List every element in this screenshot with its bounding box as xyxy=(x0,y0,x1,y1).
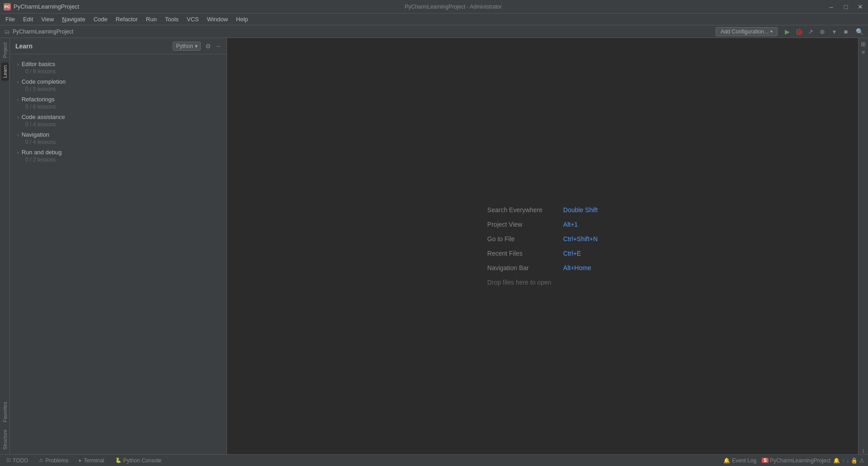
chevron-icon-2: › xyxy=(17,97,19,102)
sidebar-item-project[interactable]: Project xyxy=(1,40,9,61)
lesson-group-header-1[interactable]: › Code completion xyxy=(17,78,219,85)
shortcut-row-3: Recent Files Ctrl+E xyxy=(487,250,598,257)
right-strip-icon-1[interactable]: ⊞ xyxy=(859,40,868,48)
lesson-title-0: Editor basics xyxy=(22,61,55,67)
lesson-group-header-0[interactable]: › Editor basics xyxy=(17,61,219,67)
window-title: PyCharmLearningProject - Administrator xyxy=(405,4,502,10)
lesson-group-3[interactable]: › Code assistance 0 / 4 lessons xyxy=(10,111,226,128)
shortcut-key-4[interactable]: Alt+Home xyxy=(563,264,591,271)
stop-button[interactable]: ■ xyxy=(841,27,851,37)
lesson-group-header-4[interactable]: › Navigation xyxy=(17,131,219,138)
lesson-group-1[interactable]: › Code completion 0 / 5 lessons xyxy=(10,76,226,93)
todo-tab[interactable]: ☑ TODO xyxy=(4,456,31,465)
menu-item-tools[interactable]: Tools xyxy=(161,14,182,24)
shortcut-label-4: Navigation Bar xyxy=(487,264,560,271)
lesson-title-1: Code completion xyxy=(22,78,66,85)
status-icon-2[interactable]: ↑ xyxy=(842,457,844,464)
lesson-group-header-5[interactable]: › Run and debug xyxy=(17,149,219,156)
drop-files-text: Drop files here to open xyxy=(487,279,598,286)
run-dropdown-button[interactable]: ▾ xyxy=(829,27,839,37)
window-controls: – □ ✕ xyxy=(827,3,864,11)
problems-icon: ⚠ xyxy=(39,457,43,463)
status-icon-3[interactable]: ↓ xyxy=(846,457,849,464)
status-icon-4[interactable]: 🔒 xyxy=(851,457,858,464)
main-layout: Project Learn Favorites Structure Learn … xyxy=(0,38,868,454)
close-button[interactable]: ✕ xyxy=(856,3,864,11)
shortcut-row-0: Search Everywhere Double Shift xyxy=(487,206,598,214)
python-console-tab[interactable]: 🐍 Python Console xyxy=(113,456,165,465)
menu-bar: File Edit View Navigate Code Refactor Ru… xyxy=(0,14,868,25)
shortcut-label-3: Recent Files xyxy=(487,250,560,257)
lesson-group-header-3[interactable]: › Code assistance xyxy=(17,114,219,120)
menu-item-file[interactable]: File xyxy=(2,14,19,24)
status-icon-1[interactable]: 🔔 xyxy=(833,457,840,464)
left-panel-tabs: Project Learn Favorites Structure xyxy=(0,38,10,454)
sidebar-item-learn[interactable]: Learn xyxy=(1,62,9,81)
terminal-tab[interactable]: ▸ Terminal xyxy=(76,456,107,465)
settings-icon[interactable]: ⚙ xyxy=(204,42,212,51)
menu-item-help[interactable]: Help xyxy=(232,14,252,24)
menu-item-refactor[interactable]: Refactor xyxy=(112,14,142,24)
minimize-sidebar-button[interactable]: − xyxy=(216,42,221,51)
terminal-label: Terminal xyxy=(84,457,104,464)
lesson-count-4: 0 / 4 lessons xyxy=(17,139,219,145)
lesson-group-5[interactable]: › Run and debug 0 / 2 lessons xyxy=(10,146,226,164)
run-button[interactable]: ▶ xyxy=(782,27,792,37)
python-console-icon: 🐍 xyxy=(115,457,122,463)
add-config-dropdown-icon: ▾ xyxy=(770,29,773,34)
debug-button[interactable]: 🐞 xyxy=(794,27,804,37)
lesson-title-2: Refactorings xyxy=(22,96,55,103)
menu-item-window[interactable]: Window xyxy=(203,14,231,24)
chevron-icon-0: › xyxy=(17,62,19,67)
menu-item-view[interactable]: View xyxy=(38,14,57,24)
problems-tab[interactable]: ⚠ Problems xyxy=(36,456,71,465)
menu-item-edit[interactable]: Edit xyxy=(19,14,37,24)
toolbar-folder-icon: 🗂 xyxy=(4,28,11,35)
status-icon-5[interactable]: ⚠ xyxy=(859,457,864,464)
status-badge[interactable]: S PyCharmLearningProject xyxy=(762,457,830,464)
menu-item-code[interactable]: Code xyxy=(90,14,111,24)
sidebar-item-favorites[interactable]: Favorites xyxy=(1,399,9,425)
coverage-button[interactable]: ↗ xyxy=(806,27,816,37)
status-project-label: PyCharmLearningProject xyxy=(770,457,830,464)
sidebar-title: Learn xyxy=(15,43,33,50)
shortcut-key-1[interactable]: Alt+1 xyxy=(563,221,578,228)
add-config-label: Add Configuration... xyxy=(721,29,769,35)
main-content: Search Everywhere Double Shift Project V… xyxy=(227,38,858,454)
python-dropdown[interactable]: Python ▾ xyxy=(173,42,200,51)
bottom-bar: ☑ TODO ⚠ Problems ▸ Terminal 🐍 Python Co… xyxy=(0,454,868,466)
status-right: S PyCharmLearningProject 🔔 ↑ ↓ 🔒 ⚠ xyxy=(762,457,864,464)
menu-item-run[interactable]: Run xyxy=(142,14,160,24)
sidebar-item-structure[interactable]: Structure xyxy=(1,427,9,452)
lesson-list: › Editor basics 0 / 9 lessons › Code com… xyxy=(10,54,226,167)
lesson-group-2[interactable]: › Refactorings 0 / 6 lessons xyxy=(10,93,226,111)
shortcut-row-2: Go to File Ctrl+Shift+N xyxy=(487,235,598,243)
profile-button[interactable]: ⊕ xyxy=(817,27,827,37)
chevron-icon-3: › xyxy=(17,114,19,120)
learn-sidebar: Learn Python ▾ ⚙ − › Editor basics 0 / 9… xyxy=(10,38,227,454)
lesson-count-1: 0 / 5 lessons xyxy=(17,86,219,92)
lesson-group-4[interactable]: › Navigation 0 / 4 lessons xyxy=(10,128,226,146)
shortcut-key-3[interactable]: Ctrl+E xyxy=(563,250,581,257)
add-configuration-button[interactable]: Add Configuration... ▾ xyxy=(716,27,778,36)
lesson-group-0[interactable]: › Editor basics 0 / 9 lessons xyxy=(10,58,226,76)
lesson-title-5: Run and debug xyxy=(22,149,62,156)
right-strip-icon-2[interactable]: ≡ xyxy=(859,48,868,56)
shortcut-key-2[interactable]: Ctrl+Shift+N xyxy=(563,235,598,243)
shortcut-label-2: Go to File xyxy=(487,235,560,243)
shortcut-label-0: Search Everywhere xyxy=(487,206,560,214)
menu-item-navigate[interactable]: Navigate xyxy=(58,14,89,24)
minimize-button[interactable]: – xyxy=(827,3,835,11)
lesson-title-3: Code assistance xyxy=(22,114,65,120)
search-everywhere-button[interactable]: 🔍 xyxy=(854,27,864,37)
run-controls: ▶ 🐞 ↗ ⊕ ▾ ■ xyxy=(782,27,851,37)
lesson-group-header-2[interactable]: › Refactorings xyxy=(17,96,219,103)
maximize-button[interactable]: □ xyxy=(842,3,850,11)
shortcut-key-0[interactable]: Double Shift xyxy=(563,206,598,214)
event-log-button[interactable]: 🔔 Event Log xyxy=(723,457,756,464)
app-logo: PC xyxy=(4,3,11,10)
terminal-icon: ▸ xyxy=(79,457,82,463)
right-strip-icon-3[interactable]: ↕ xyxy=(859,446,868,454)
menu-item-vcs[interactable]: VCS xyxy=(183,14,203,24)
shortcut-row-1: Project View Alt+1 xyxy=(487,221,598,228)
